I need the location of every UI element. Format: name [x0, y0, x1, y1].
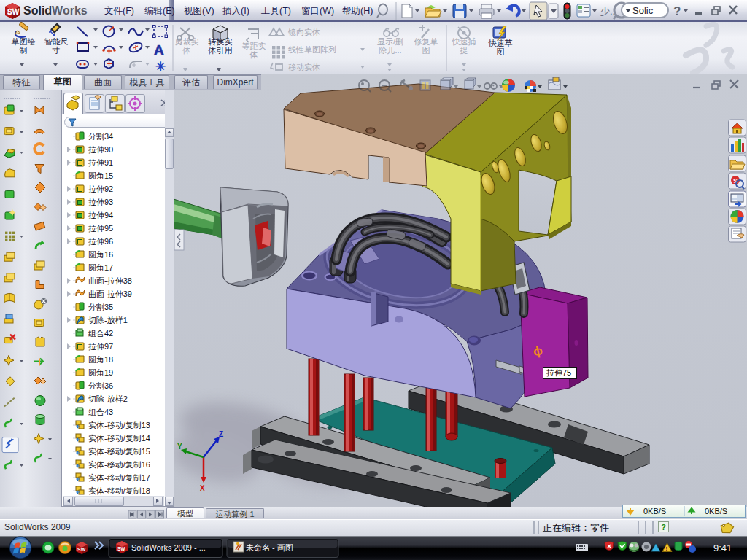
- svg-text:SW: SW: [77, 547, 86, 552]
- svg-text:Z: Z: [219, 430, 223, 438]
- svg-text:!: !: [666, 545, 668, 552]
- svg-text:未命名 - 画图: 未命名 - 画图: [246, 543, 293, 552]
- svg-text:Y: Y: [177, 443, 182, 451]
- svg-text:SW: SW: [117, 546, 125, 551]
- svg-text:A: A: [154, 42, 164, 58]
- svg-text:9:41: 9:41: [713, 542, 732, 553]
- svg-text:X: X: [200, 484, 205, 492]
- svg-text:SolidWorks 2009 - ...: SolidWorks 2009 - ...: [131, 543, 206, 552]
- svg-text:✳: ✳: [155, 60, 166, 74]
- svg-text:少..: 少..: [600, 6, 615, 17]
- svg-text:Solic: Solic: [632, 5, 654, 16]
- svg-text:?: ?: [673, 4, 681, 18]
- svg-text:SW: SW: [7, 8, 20, 16]
